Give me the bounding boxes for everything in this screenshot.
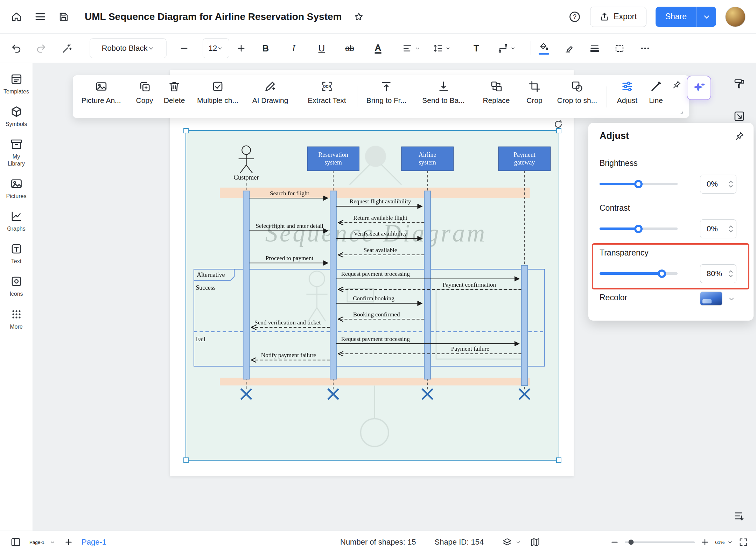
replace-button[interactable]: Replace (483, 80, 510, 105)
align-button[interactable] (402, 43, 420, 54)
bold-button[interactable]: B (262, 43, 269, 54)
page-panel-button[interactable] (10, 537, 21, 547)
redo-button[interactable] (35, 43, 47, 54)
resize-handle-se[interactable] (556, 457, 561, 463)
italic-button[interactable]: I (292, 43, 295, 54)
insert-panel-button[interactable] (732, 109, 747, 124)
chart-icon (10, 210, 23, 223)
ai-drawing-button[interactable]: AI Drawing (252, 80, 288, 105)
zoom-out-button[interactable] (610, 538, 619, 547)
adjust-button[interactable]: Adjust (617, 80, 637, 105)
fullscreen-button[interactable] (738, 537, 748, 547)
layers-button[interactable] (502, 537, 521, 547)
page-tab-active[interactable]: Page-1 (82, 538, 106, 547)
undo-button[interactable] (11, 43, 22, 54)
add-page-button[interactable] (64, 538, 73, 547)
multiple-choice-button[interactable]: Multiple ch... (197, 80, 238, 105)
underline-button[interactable]: U (318, 43, 325, 54)
stepper-up-icon[interactable] (728, 270, 733, 273)
font-family-select[interactable]: Roboto Black (90, 38, 167, 58)
home-button[interactable] (10, 11, 22, 23)
sidebar-item-graphs[interactable]: Graphs (0, 210, 33, 232)
ai-assistant-button[interactable] (687, 76, 711, 100)
line-button[interactable]: Line (649, 80, 663, 105)
selected-image[interactable]: Sequence Diagram Alternative Success Fai… (186, 130, 559, 461)
svg-text:Paymentgateway: Paymentgateway (513, 151, 535, 166)
navigator-button[interactable] (530, 537, 540, 547)
sidebar-item-pictures[interactable]: Pictures (0, 177, 33, 200)
brightness-value-box[interactable]: 0% (700, 175, 736, 194)
stepper-up-icon[interactable] (728, 181, 733, 184)
crop-button[interactable]: Crop (526, 80, 542, 105)
rotate-handle[interactable] (553, 119, 564, 131)
styles-button[interactable] (732, 76, 747, 91)
font-size-select[interactable]: 12 (203, 38, 229, 58)
save-button[interactable] (58, 11, 69, 22)
sidebar-item-templates[interactable]: Templates (0, 73, 33, 95)
zoom-in-button[interactable] (700, 538, 709, 547)
highlighter-button[interactable] (564, 43, 575, 54)
transparency-value-box[interactable]: 80% (700, 264, 736, 283)
strikethrough-button[interactable]: ab (345, 43, 354, 53)
zoom-slider[interactable] (625, 541, 695, 543)
zoom-level-select[interactable]: 61% (715, 539, 733, 545)
panel-pin-button[interactable] (735, 131, 744, 142)
contrast-stepper[interactable] (728, 225, 733, 233)
line-weight-button[interactable] (589, 43, 600, 54)
sidebar-item-icons[interactable]: Icons (0, 275, 33, 297)
brightness-stepper[interactable] (728, 181, 733, 188)
page-selector[interactable]: Page-1 (29, 539, 56, 545)
stepper-down-icon[interactable] (728, 274, 733, 278)
copy-button[interactable]: Copy (136, 80, 153, 105)
crop-to-shape-button[interactable]: Crop to sh... (557, 80, 597, 105)
contrast-value-box[interactable]: 0% (700, 219, 736, 238)
favorite-button[interactable] (354, 12, 364, 22)
text-tool-button[interactable]: T (474, 43, 479, 54)
sidebar-item-more[interactable]: More (0, 308, 33, 330)
extract-text-button[interactable]: OCR Extract Text (308, 80, 346, 105)
contrast-slider[interactable] (600, 227, 678, 230)
line-spacing-button[interactable] (433, 43, 451, 54)
transparency-stepper[interactable] (728, 270, 733, 278)
zoom-slider-thumb[interactable] (629, 540, 634, 545)
font-size-decrease-button[interactable] (179, 43, 189, 53)
recolor-swatch-button[interactable] (700, 292, 722, 306)
stepper-down-icon[interactable] (728, 185, 733, 188)
connector-tool-button[interactable] (498, 43, 516, 54)
share-dropdown-button[interactable] (696, 7, 716, 27)
sidebar-item-my-library[interactable]: My Library (0, 138, 33, 167)
format-painter-button[interactable] (62, 43, 73, 54)
contrast-label: Contrast (600, 203, 630, 213)
share-button[interactable]: Share (656, 7, 696, 27)
font-size-increase-button[interactable] (236, 43, 246, 53)
delete-button[interactable]: Delete (164, 80, 185, 105)
user-avatar[interactable] (725, 7, 746, 27)
resize-handle-nw[interactable] (183, 128, 189, 133)
stepper-up-icon[interactable] (728, 225, 733, 229)
resize-handle-sw[interactable] (183, 457, 189, 463)
bottom-band (220, 378, 530, 385)
transparency-slider[interactable] (600, 272, 678, 275)
fill-color-button[interactable] (539, 42, 549, 55)
toolbar-resize-corner[interactable] (677, 107, 684, 116)
recolor-dropdown-button[interactable] (728, 295, 735, 304)
send-to-back-button[interactable]: Send to Ba... (422, 80, 464, 105)
help-button[interactable]: ? (568, 10, 581, 23)
border-style-button[interactable] (614, 43, 625, 54)
sidebar-item-text[interactable]: Text (0, 243, 33, 265)
object-list-button[interactable] (732, 509, 747, 523)
transparency-slider-thumb[interactable] (658, 270, 666, 278)
sidebar-item-symbols[interactable]: Symbols (0, 105, 33, 127)
font-color-button[interactable]: A (375, 43, 382, 54)
more-tools-button[interactable] (640, 43, 650, 54)
stepper-down-icon[interactable] (728, 230, 733, 233)
brightness-slider-thumb[interactable] (634, 180, 643, 188)
export-button[interactable]: Export (590, 7, 646, 27)
bring-to-front-button[interactable]: Bring to Fr... (366, 80, 406, 105)
brightness-slider[interactable] (600, 183, 678, 185)
main-menu-button[interactable] (34, 11, 46, 23)
picture-analysis-button[interactable]: Picture An... (81, 80, 121, 105)
contrast-slider-thumb[interactable] (634, 225, 643, 233)
drawing-canvas[interactable]: Sequence Diagram Alternative Success Fai… (33, 63, 756, 531)
pin-toolbar-button[interactable] (672, 80, 681, 91)
